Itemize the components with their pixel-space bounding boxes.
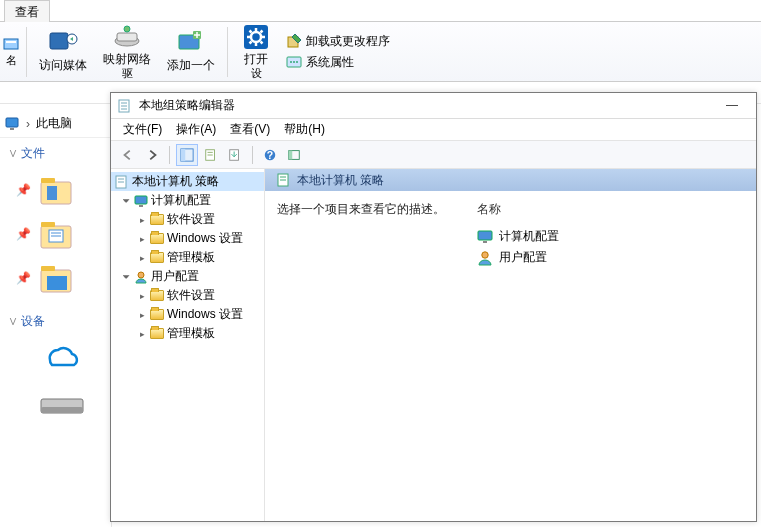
system-props-icon [286, 54, 302, 70]
nav-forward-button[interactable] [141, 144, 163, 166]
mmc-content-body: 选择一个项目来查看它的描述。 名称 计算机配置 用户配置 [265, 191, 756, 521]
breadcrumb[interactable]: › 此电脑 [0, 112, 111, 138]
ribbon-separator [227, 27, 228, 77]
folder-thumb[interactable] [39, 172, 75, 208]
sidebar-section-files[interactable]: ∨ 文件 [0, 138, 111, 168]
svg-line-16 [261, 41, 263, 43]
export-button[interactable] [224, 144, 246, 166]
ribbon-item-media[interactable]: 访问媒体 [31, 23, 95, 81]
expander-icon[interactable]: ▸ [137, 215, 147, 225]
breadcrumb-sep: › [26, 117, 30, 131]
ribbon-item-map-drive[interactable]: 映射网络 驱 [95, 23, 159, 81]
toolbar-separator [169, 146, 170, 164]
pin-icon: 📌 [16, 271, 31, 285]
mmc-toolbar: ? [111, 141, 756, 169]
tree-user-config[interactable]: ⏷ 用户配置 [111, 267, 264, 286]
ribbon-item-open-settings[interactable]: 打开 设 [232, 23, 280, 81]
ribbon-side-label: 系统属性 [306, 54, 354, 71]
show-tree-button[interactable] [176, 144, 198, 166]
nav-back-button[interactable] [117, 144, 139, 166]
svg-rect-52 [289, 150, 293, 159]
gpedit-icon [277, 173, 291, 187]
expander-icon[interactable]: ⏷ [121, 272, 131, 282]
folder-thumb[interactable] [39, 216, 75, 252]
media-icon [47, 29, 79, 57]
filter-button[interactable] [283, 144, 305, 166]
menu-action[interactable]: 操作(A) [170, 119, 222, 140]
add-location-icon [175, 29, 207, 57]
tree-windows-settings[interactable]: ▸ Windows 设置 [111, 305, 264, 324]
mmc-title-text: 本地组策略编辑器 [139, 97, 235, 114]
svg-rect-56 [135, 196, 147, 204]
tree-label: 软件设置 [167, 287, 215, 304]
drive-icon[interactable] [0, 398, 111, 416]
user-icon [134, 270, 148, 284]
ribbon-item-add[interactable]: 添加一个 [159, 23, 223, 81]
mmc-window: 本地组策略编辑器 — 文件(F) 操作(A) 查看(V) 帮助(H) ? 本地计… [110, 92, 757, 522]
menu-help[interactable]: 帮助(H) [278, 119, 331, 140]
tree-admin-templates[interactable]: ▸ 管理模板 [111, 248, 264, 267]
menu-file[interactable]: 文件(F) [117, 119, 168, 140]
ribbon-uninstall[interactable]: 卸载或更改程序 [286, 33, 390, 50]
folder-icon [150, 290, 164, 301]
tree-software-settings[interactable]: ▸ 软件设置 [111, 210, 264, 229]
svg-rect-1 [6, 41, 16, 43]
svg-rect-38 [41, 407, 83, 413]
svg-rect-57 [139, 205, 143, 207]
expander-icon[interactable]: ▸ [137, 291, 147, 301]
mmc-titlebar[interactable]: 本地组策略编辑器 — [111, 93, 756, 119]
expander-icon[interactable]: ▸ [137, 234, 147, 244]
tree-label: Windows 设置 [167, 306, 243, 323]
ribbon-label-2: 设 [251, 66, 262, 81]
ribbon-system-props[interactable]: 系统属性 [286, 54, 390, 71]
tree-windows-settings[interactable]: ▸ Windows 设置 [111, 229, 264, 248]
ribbon-item-rename[interactable]: 名 [0, 23, 22, 81]
onedrive-icon[interactable] [0, 340, 111, 368]
tree-admin-templates[interactable]: ▸ 管理模板 [111, 324, 264, 343]
minimize-button[interactable]: — [714, 96, 750, 116]
svg-rect-44 [181, 148, 185, 160]
mmc-menubar: 文件(F) 操作(A) 查看(V) 帮助(H) [111, 119, 756, 141]
tree-computer-config[interactable]: ⏷ 计算机配置 [111, 191, 264, 210]
ribbon-label: 名 [6, 53, 17, 68]
list-item[interactable]: 计算机配置 [477, 226, 559, 247]
ribbon-label: 添加一个 [167, 57, 215, 74]
ribbon: 名 访问媒体 映射网络 驱 添加一个 打开 设 卸载或更改程序 [0, 22, 761, 82]
tree-software-settings[interactable]: ▸ 软件设置 [111, 286, 264, 305]
svg-point-6 [124, 26, 130, 32]
svg-line-17 [261, 30, 263, 32]
expander-icon[interactable]: ▸ [137, 310, 147, 320]
list-item[interactable]: 用户配置 [477, 247, 559, 268]
expander-icon[interactable]: ▸ [137, 329, 147, 339]
svg-rect-28 [47, 186, 57, 200]
svg-point-58 [138, 272, 144, 278]
help-button[interactable]: ? [259, 144, 281, 166]
mmc-content-title: 本地计算机 策略 [297, 172, 384, 189]
ribbon-tab-strip: 查看 [0, 0, 761, 22]
folder-thumb[interactable] [39, 260, 75, 296]
mmc-content: 本地计算机 策略 选择一个项目来查看它的描述。 名称 计算机配置 用户配置 [265, 169, 756, 521]
tab-view[interactable]: 查看 [4, 0, 50, 24]
tree-root[interactable]: 本地计算机 策略 [111, 172, 264, 191]
tree-label: 本地计算机 策略 [132, 173, 219, 190]
breadcrumb-text: 此电脑 [36, 115, 72, 132]
explorer-nav-pane: › 此电脑 ∨ 文件 📌 📌 📌 ∨ 设备 [0, 104, 112, 527]
svg-rect-5 [117, 33, 137, 41]
svg-line-18 [250, 41, 252, 43]
settings-icon [240, 23, 272, 51]
pin-icon: 📌 [16, 227, 31, 241]
svg-rect-63 [483, 241, 487, 243]
sidebar-section-devices[interactable]: ∨ 设备 [0, 306, 111, 336]
computer-icon [477, 229, 493, 245]
ribbon-separator [26, 27, 27, 77]
menu-view[interactable]: 查看(V) [224, 119, 276, 140]
list-header-name[interactable]: 名称 [477, 201, 559, 218]
properties-button[interactable] [200, 144, 222, 166]
computer-icon [134, 194, 148, 208]
svg-point-22 [293, 61, 295, 63]
svg-rect-2 [50, 33, 68, 49]
expander-icon[interactable]: ⏷ [121, 196, 131, 206]
svg-rect-25 [10, 128, 14, 130]
expander-icon[interactable]: ▸ [137, 253, 147, 263]
ribbon-side-label: 卸载或更改程序 [306, 33, 390, 50]
